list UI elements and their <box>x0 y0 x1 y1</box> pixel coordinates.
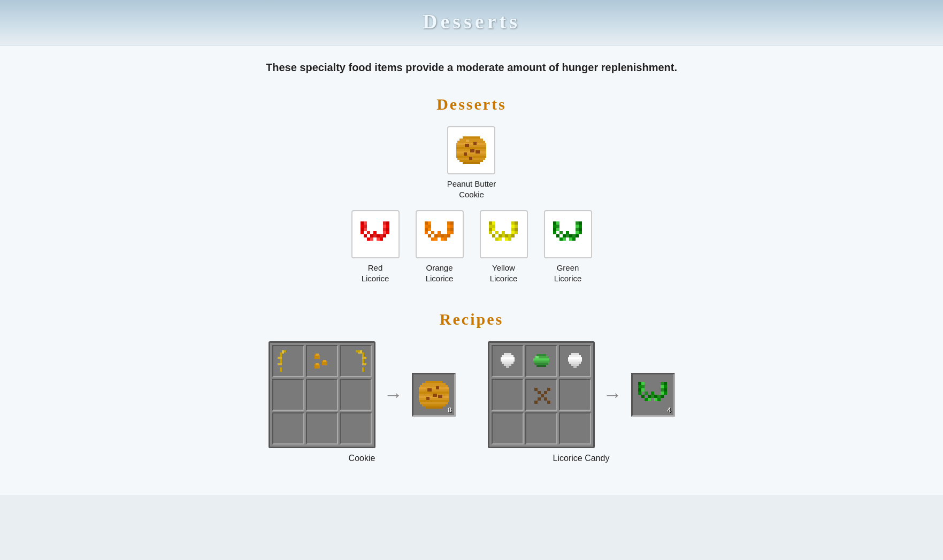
svg-rect-208 <box>664 388 667 392</box>
item-yellow-licorice: YellowLicorice <box>480 210 528 283</box>
svg-rect-186 <box>573 366 577 368</box>
svg-rect-129 <box>278 363 282 365</box>
licorice-result-icon <box>636 378 670 412</box>
svg-rect-198 <box>638 388 641 392</box>
svg-rect-50 <box>425 231 428 234</box>
svg-rect-211 <box>641 382 645 385</box>
svg-rect-213 <box>641 388 645 392</box>
svg-rect-52 <box>431 237 434 241</box>
svg-rect-91 <box>492 228 495 231</box>
svg-rect-212 <box>641 385 645 388</box>
licorice-row: RedLicorice <box>21 210 922 283</box>
svg-rect-69 <box>444 234 447 237</box>
svg-rect-210 <box>664 382 667 385</box>
svg-rect-18 <box>469 157 472 160</box>
svg-rect-34 <box>386 221 389 225</box>
svg-rect-1 <box>459 139 483 141</box>
svg-rect-163 <box>433 394 437 397</box>
svg-rect-86 <box>515 228 518 231</box>
svg-rect-176 <box>533 360 549 363</box>
svg-rect-3 <box>456 143 486 145</box>
svg-rect-47 <box>425 221 428 225</box>
svg-rect-205 <box>657 398 661 401</box>
svg-rect-17 <box>476 150 480 154</box>
svg-rect-149 <box>422 383 446 385</box>
grid-cell-r2c3 <box>340 379 372 411</box>
licorice-count: 4 <box>667 406 671 414</box>
green-licorice-label: GreenLicorice <box>554 263 582 283</box>
svg-rect-158 <box>420 402 448 404</box>
grid-cell-r2c2 <box>306 379 338 411</box>
svg-rect-218 <box>657 395 661 398</box>
svg-rect-157 <box>419 400 449 402</box>
yellow-licorice-icon-box <box>480 210 528 258</box>
seeds-icon <box>311 350 333 372</box>
svg-rect-16 <box>464 152 467 156</box>
svg-rect-39 <box>370 237 373 241</box>
svg-rect-134 <box>284 350 286 352</box>
svg-rect-177 <box>534 363 548 365</box>
sugar2-icon <box>564 350 586 372</box>
recipes-section-title: Recipes <box>21 310 922 328</box>
licorice-r1c3 <box>559 345 591 377</box>
svg-rect-145 <box>362 352 364 357</box>
grid-cell-r3c2 <box>306 412 338 444</box>
svg-rect-217 <box>654 398 657 401</box>
grid-cell-r1c2 <box>306 345 338 377</box>
svg-rect-95 <box>505 237 508 241</box>
svg-rect-85 <box>515 231 518 234</box>
svg-rect-78 <box>492 234 495 237</box>
svg-rect-64 <box>428 228 431 231</box>
svg-rect-172 <box>506 366 509 368</box>
svg-rect-119 <box>559 231 563 234</box>
svg-rect-61 <box>450 221 454 225</box>
svg-rect-113 <box>579 228 582 231</box>
svg-rect-115 <box>579 221 582 225</box>
svg-rect-166 <box>504 353 511 355</box>
svg-rect-130 <box>280 359 282 363</box>
orange-licorice-icon <box>423 217 457 251</box>
svg-rect-77 <box>489 231 492 234</box>
cookie-label: Peanut ButterCookie <box>447 179 496 200</box>
svg-rect-5 <box>456 147 486 149</box>
svg-rect-194 <box>534 401 538 404</box>
svg-rect-2 <box>457 141 485 143</box>
red-licorice-icon <box>358 217 393 251</box>
grid-cell-r1c1 <box>272 345 304 377</box>
svg-rect-201 <box>645 398 648 401</box>
svg-rect-185 <box>571 364 579 366</box>
svg-rect-147 <box>356 350 360 352</box>
svg-rect-215 <box>648 398 651 401</box>
svg-rect-56 <box>444 237 447 241</box>
orange-licorice-label: OrangeLicorice <box>426 263 454 283</box>
svg-rect-136 <box>316 354 319 356</box>
svg-rect-148 <box>425 381 442 383</box>
svg-rect-92 <box>495 231 499 234</box>
svg-rect-170 <box>502 362 513 364</box>
yellow-licorice-label: YellowLicorice <box>490 263 518 283</box>
svg-rect-74 <box>489 221 492 225</box>
svg-rect-71 <box>447 228 450 231</box>
svg-rect-44 <box>383 228 386 231</box>
svg-rect-125 <box>576 228 579 231</box>
svg-rect-14 <box>473 142 477 145</box>
svg-rect-12 <box>463 162 480 164</box>
licorice-r1c1 <box>492 345 524 377</box>
svg-rect-153 <box>419 392 449 394</box>
green-licorice-icon-box <box>544 210 592 258</box>
licorice-recipe-label: Licorice Candy <box>553 454 610 463</box>
svg-rect-180 <box>571 353 579 355</box>
svg-rect-141 <box>362 367 364 372</box>
svg-rect-51 <box>428 234 431 237</box>
item-green-licorice: GreenLicorice <box>544 210 592 283</box>
svg-rect-219 <box>661 392 664 395</box>
single-item-row: Peanut ButterCookie <box>21 126 922 200</box>
svg-rect-70 <box>447 231 450 234</box>
svg-rect-89 <box>492 221 495 225</box>
licorice-recipe-visual: → <box>488 341 675 448</box>
recipes-section: Recipes <box>21 310 922 463</box>
intro-text: These specialty food items provide a mod… <box>21 62 922 74</box>
svg-rect-31 <box>386 231 389 234</box>
svg-rect-178 <box>536 365 546 367</box>
svg-rect-171 <box>504 364 511 366</box>
